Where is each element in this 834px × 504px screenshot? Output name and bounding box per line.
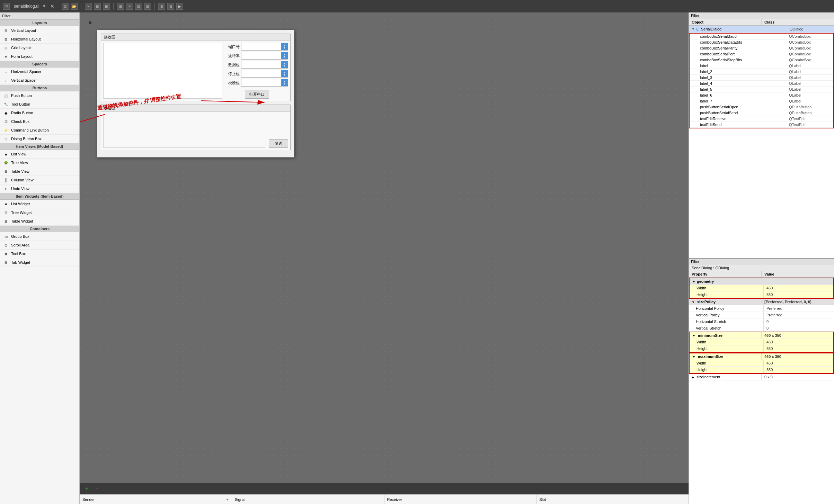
new-icon[interactable]: ⊡ [62, 3, 69, 10]
widget-undo-view[interactable]: ↩ Undo View [0, 184, 79, 193]
widget-radio-button[interactable]: ◉ Radio Button [0, 109, 79, 117]
receive-title: 接收区 [101, 34, 290, 41]
sender-col[interactable]: Sender ▼ [80, 495, 232, 504]
cut-icon[interactable]: ✂ [85, 3, 92, 10]
copy-icon[interactable]: ⊟ [94, 3, 101, 10]
send-text-area[interactable] [103, 114, 265, 148]
tree-item-0[interactable]: comboBoxSerialBaud QComboBox [690, 34, 833, 39]
widget-command-link[interactable]: ⚡ Command Link Button [0, 126, 79, 135]
preview-icon[interactable]: ▶ [176, 3, 183, 10]
widget-column-view[interactable]: ║ Column View [0, 176, 79, 184]
widget-tree-widget[interactable]: ⊟ Tree Widget [0, 208, 79, 217]
tree-item-7[interactable]: label_3 QLabel [690, 75, 833, 81]
widget-v-spacer[interactable]: ↕ Vertical Spacer [0, 76, 79, 85]
widget-tool-button[interactable]: 🔧 Tool Button [0, 100, 79, 109]
form-layout-icon: ≡ [3, 53, 9, 60]
widget-scroll-area[interactable]: ⊡ Scroll Area [0, 241, 79, 250]
baud-combo-arrow[interactable]: ▲ ▼ [281, 52, 288, 59]
layout-g-icon[interactable]: ⊡ [135, 3, 142, 10]
tree-item-11[interactable]: label_7 QLabel [690, 98, 833, 104]
sizeincrement-name: ▶ sizeIncrement [689, 374, 762, 380]
vertical-layout-icon: ⊟ [3, 27, 9, 34]
send-button[interactable]: 发送 [269, 139, 288, 148]
grid-icon[interactable]: ⊞ [167, 3, 174, 10]
open-icon[interactable]: 📂 [71, 3, 78, 10]
tree-item-9[interactable]: label_5 QLabel [690, 87, 833, 92]
port-combo-arrow[interactable]: ▲ ▼ [281, 43, 288, 50]
tree-item-12[interactable]: pushButtonSerialOpen QPushButton [690, 104, 833, 110]
layout-v-icon[interactable]: ≡ [126, 3, 133, 10]
column-view-icon: ║ [3, 177, 9, 183]
databits-combo-arrow[interactable]: ▲ ▼ [281, 61, 288, 68]
remove-connection-button[interactable]: － [93, 485, 101, 492]
group-box-icon: ▭ [3, 233, 9, 240]
tree-root-expand: ▼ [692, 27, 695, 31]
stopbits-combo[interactable]: ▲ ▼ [241, 70, 288, 78]
close-btn[interactable]: ✕ [50, 3, 54, 9]
widget-list-view[interactable]: ≣ List View [0, 150, 79, 159]
widget-tree-view[interactable]: 🌳 Tree View [0, 159, 79, 167]
tree-root-item[interactable]: ▼ ⊡ SerialDialog QDialog [689, 26, 834, 33]
minsize-section: ▼ minimumSize 460 x 350 Width 460 Height… [689, 332, 834, 353]
widget-group-box[interactable]: ▭ Group Box [0, 232, 79, 241]
stopbits-combo-arrow[interactable]: ▲ ▼ [281, 70, 288, 77]
add-connection-button[interactable]: ＋ [82, 485, 91, 492]
push-button-icon: ⬜ [3, 92, 9, 99]
port-combo[interactable]: ▲ ▼ [241, 43, 288, 51]
tree-item-3[interactable]: comboBoxSerialPort QComboBox [690, 51, 833, 57]
widget-list-widget[interactable]: ≣ List Widget [0, 200, 79, 208]
widget-table-view[interactable]: ⊞ Table View [0, 167, 79, 176]
tree-item-15[interactable]: textEditSend QTextEdit [690, 122, 833, 128]
tree-item-2[interactable]: comboBoxSerialParity QComboBox [690, 45, 833, 51]
tree-item-10[interactable]: label_6 QLabel [690, 92, 833, 98]
object-header: Object Class [689, 19, 834, 26]
layout-h-icon[interactable]: ⊞ [117, 3, 124, 10]
category-containers: Containers [0, 226, 79, 232]
tree-item-14[interactable]: textEditReceive QTextEdit [690, 116, 833, 122]
baud-combo[interactable]: ▲ ▼ [241, 52, 288, 60]
widget-horizontal-layout[interactable]: ⊠ Horizontal Layout [0, 35, 79, 44]
right-panel: Filter Object Class ▼ ⊡ SerialDialog QDi… [689, 12, 834, 504]
sizeincrement-value: 0 x 0 [762, 374, 834, 380]
baud-label: 波特率 [226, 53, 240, 58]
height-value[interactable]: 350 [764, 291, 833, 298]
paste-icon[interactable]: ⊠ [103, 3, 110, 10]
port-label: 端口号 [226, 44, 240, 50]
form-row-databits: 数据位 ▲ ▼ [226, 61, 288, 69]
widget-push-button[interactable]: ⬜ Push Button [0, 91, 79, 100]
widget-dialog-btn-box[interactable]: ⊡ Dialog Button Box [0, 135, 79, 143]
undo-view-icon: ↩ [3, 186, 9, 192]
maxsize-name: ▼ maximumSize [690, 353, 762, 360]
dropdown-arrow[interactable]: ▼ [42, 4, 46, 9]
widget-check-box[interactable]: ☑ Check Box [0, 117, 79, 126]
app-icon: Qt [3, 3, 10, 10]
minsize-name: ▼ minimumSize [690, 332, 762, 339]
layout-f-icon[interactable]: ⊟ [144, 3, 151, 10]
tree-item-6[interactable]: label_2 QLabel [690, 69, 833, 75]
widget-vertical-layout[interactable]: ⊟ Vertical Layout [0, 26, 79, 35]
tree-item-5[interactable]: label QLabel [690, 63, 833, 69]
property-header: Property Value [689, 271, 834, 278]
widget-grid-layout[interactable]: ⊞ Grid Layout [0, 44, 79, 52]
width-name: Width [690, 285, 764, 291]
tree-item-4[interactable]: comboBoxSerialStopBits QComboBox [690, 57, 833, 63]
tree-item-8[interactable]: label_4 QLabel [690, 81, 833, 87]
widget-tab-widget[interactable]: ⊟ Tab Widget [0, 258, 79, 267]
category-layouts: Layouts [0, 20, 79, 26]
align-icon[interactable]: ⊠ [158, 3, 165, 10]
tree-item-13[interactable]: pushButtonSerialSend QPushButton [690, 110, 833, 116]
widget-form-layout[interactable]: ≡ Form Layout [0, 52, 79, 61]
receive-text-area[interactable] [103, 43, 222, 99]
databits-combo[interactable]: ▲ ▼ [241, 61, 288, 69]
property-subtitle: SerialDialog : QDialog [689, 265, 834, 271]
tree-item-1[interactable]: comboBoxSerialDataBits QComboBox [690, 39, 833, 45]
widget-tool-box[interactable]: ⊠ Tool Box [0, 250, 79, 258]
width-value[interactable]: 460 [764, 285, 833, 291]
widget-table-widget[interactable]: ⊞ Table Widget [0, 217, 79, 226]
widget-h-spacer[interactable]: ↔ Horizontal Spacer [0, 68, 79, 76]
geometry-section: ▼geometry Width 460 Height 350 [689, 278, 834, 299]
parity-combo-arrow[interactable]: ▲ ▼ [281, 79, 288, 86]
min-width-row: Width 460 [690, 339, 833, 345]
tool-button-icon: 🔧 [3, 101, 9, 107]
resize-handle-br[interactable] [89, 21, 91, 24]
